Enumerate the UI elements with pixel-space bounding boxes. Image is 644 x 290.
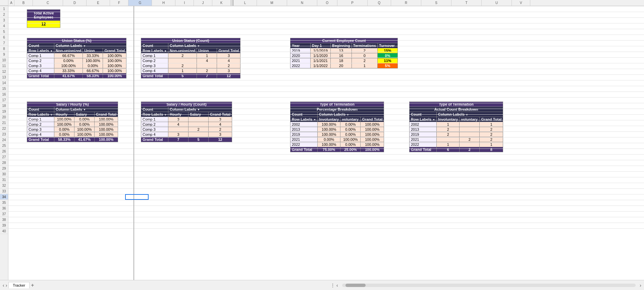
salary-pct-total-header: Grand Total <box>95 112 118 117</box>
salary-pct-row-labels[interactable]: Row Labels ▼ <box>27 112 54 117</box>
term-pct-grand-total: 100.00% <box>361 147 384 152</box>
salary-count-comp1-total: 3 <box>209 117 232 122</box>
col-header-e[interactable]: E <box>87 0 110 6</box>
term-pct-2013-inv: 100.00% <box>318 127 340 132</box>
col-header-v[interactable]: V <box>512 0 530 6</box>
vertical-divider <box>133 6 134 280</box>
term-pct-2002-inv: 100.00% <box>318 122 340 127</box>
grid-line-16 <box>8 92 644 92</box>
col-header-p[interactable]: P <box>337 0 368 6</box>
row-number-16: 16 <box>0 92 8 97</box>
horizontal-scrollbar[interactable] <box>342 284 636 287</box>
row-number-26: 26 <box>0 149 8 154</box>
col-header-h[interactable]: H <box>152 0 175 6</box>
col-header-o[interactable]: O <box>317 0 337 6</box>
salary-pct-comp4-hourly: 0.00% <box>54 132 74 137</box>
col-header-n[interactable]: N <box>287 0 317 6</box>
row-number-18: 18 <box>0 103 8 109</box>
emp-count-2020-terminations: 0 <box>352 53 377 58</box>
grid-line-37 <box>8 211 644 212</box>
union-count-grand-label: Grand Total <box>141 73 168 78</box>
sheet-tab-tracker[interactable]: Tracker <box>8 282 30 288</box>
term-pct-2013-label: 2013 <box>290 127 318 132</box>
row-number-9: 9 <box>0 52 8 57</box>
term-count-title: Type of Termination <box>410 102 503 107</box>
union-pct-comp3-union: 0.00% <box>83 63 103 68</box>
col-header-b[interactable]: B <box>14 0 33 6</box>
term-count-grand-inv: 6 <box>437 147 460 152</box>
row-number-40: 40 <box>0 228 8 234</box>
prev-sheet-btn[interactable]: ‹ <box>3 283 4 288</box>
next-sheet-btn[interactable]: › <box>6 283 7 288</box>
row-numbers: 1234567891011121314151617181920212223242… <box>0 6 8 280</box>
term-count-2021-inv <box>437 137 460 142</box>
col-header-u[interactable]: U <box>482 0 512 6</box>
col-header-s[interactable]: S <box>421 0 451 6</box>
term-pct-total-header: Grand Total <box>361 117 384 122</box>
salary-pct-comp1-total: 100.00% <box>95 117 118 122</box>
union-count-count-label: Count <box>141 43 168 48</box>
add-sheet-btn[interactable]: + <box>31 282 34 288</box>
col-header-i[interactable]: I <box>175 0 194 6</box>
term-count-2022-total: 1 <box>480 142 503 147</box>
union-count-comp3-label: Comp 3 <box>141 63 168 68</box>
row-number-7: 7 <box>0 40 8 46</box>
term-pct-subtitle: Percentage Breakdown <box>290 107 384 112</box>
salary-count-comp4-label: Comp 4 <box>141 132 168 137</box>
row-number-37: 37 <box>0 211 8 217</box>
term-count-grand-vol: 2 <box>460 147 480 152</box>
row-number-17: 17 <box>0 97 8 103</box>
row-number-32: 32 <box>0 183 8 188</box>
term-pct-2021-vol: 100.00% <box>340 137 361 142</box>
row-number-15: 15 <box>0 86 8 92</box>
salary-pct-comp4-label: Comp 4 <box>27 132 54 137</box>
term-count-involuntary-header: Involuntary <box>437 117 460 122</box>
scrollbar-thumb[interactable] <box>345 284 366 287</box>
col-header-j[interactable]: J <box>194 0 212 6</box>
term-count-2019-vol <box>460 132 480 137</box>
term-count-row-labels[interactable]: Row Labels ▼ <box>410 117 437 122</box>
divider-col <box>231 0 233 6</box>
union-status-pct-title: Union Status (%) <box>27 38 126 43</box>
grid-line-1 <box>8 6 644 6</box>
emp-count-2021-turnover: 11% <box>378 58 398 63</box>
salary-count-grand-label: Grand Total <box>141 137 168 142</box>
col-header-t[interactable]: T <box>451 0 482 6</box>
row-number-6: 6 <box>0 35 8 40</box>
emp-count-2021-day1: 1/1/2021 <box>311 58 331 63</box>
term-pct-count-label: Count <box>290 112 318 117</box>
col-header-c[interactable]: C <box>33 0 63 6</box>
row-number-8: 8 <box>0 46 8 52</box>
term-count-grand-label: Grand Total <box>410 147 437 152</box>
scroll-right-btn[interactable]: › <box>640 283 641 288</box>
union-status-pct-table: Union Status (%) Count Column Labels ▼ R… <box>27 38 126 78</box>
salary-count-salary-header: Salary <box>189 112 209 117</box>
union-pct-row-labels[interactable]: Row Labels ▼ <box>27 48 54 53</box>
col-header-l[interactable]: L <box>233 0 257 6</box>
col-header-m[interactable]: M <box>257 0 287 6</box>
col-header-g[interactable]: G <box>128 0 152 6</box>
term-count-2002-inv: 1 <box>437 122 460 127</box>
term-pct-row-labels[interactable]: Row Labels ▼ <box>290 117 318 122</box>
term-count-total-header: Grand Total <box>480 117 503 122</box>
row-number-11: 11 <box>0 63 8 69</box>
col-header-q[interactable]: Q <box>368 0 391 6</box>
term-count-2022-label: 2022 <box>410 142 437 147</box>
union-count-grand-union: 7 <box>197 73 217 78</box>
more-options-icon[interactable]: ⋮ <box>330 283 335 288</box>
col-header-d[interactable]: D <box>63 0 87 6</box>
salary-count-row-labels[interactable]: Row Labels ▼ <box>141 112 168 117</box>
row-number-1: 1 <box>0 6 8 12</box>
grid-line-28 <box>8 160 644 160</box>
term-pct-2019-label: 2019 <box>290 132 318 137</box>
grid-content[interactable]: Total Active Employees 12 Union Status (… <box>8 6 644 280</box>
col-header-k[interactable]: K <box>212 0 231 6</box>
union-count-row-labels[interactable]: Row Labels ▼ <box>141 48 168 53</box>
row-number-5: 5 <box>0 29 8 35</box>
emp-count-2022-year: 2022 <box>290 63 311 68</box>
union-pct-comp2-label: Comp 2 <box>27 58 54 63</box>
scroll-left-btn[interactable]: ‹ <box>336 283 338 288</box>
col-header-f[interactable]: F <box>110 0 128 6</box>
col-header-r[interactable]: R <box>391 0 421 6</box>
col-header-a[interactable]: A <box>8 0 14 6</box>
